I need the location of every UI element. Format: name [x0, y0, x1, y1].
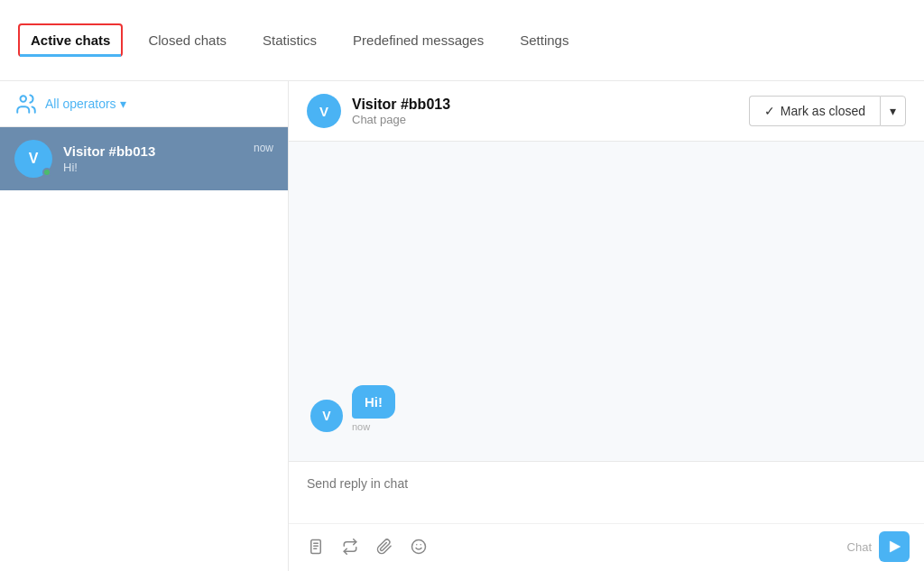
- transfer-icon[interactable]: [337, 534, 363, 559]
- chat-list-item[interactable]: V Visitor #bb013 Hi! now: [0, 127, 288, 190]
- chat-info: Visitor #bb013 Hi!: [63, 143, 254, 174]
- attach-icon[interactable]: [372, 534, 397, 559]
- chat-header-avatar: V: [307, 94, 341, 128]
- tab-settings[interactable]: Settings: [509, 25, 579, 55]
- chevron-down-icon: ▾: [890, 104, 896, 118]
- chat-header: V Visitor #bb013 Chat page ✓ Mark as clo…: [289, 81, 924, 142]
- online-indicator: [42, 168, 51, 177]
- message-avatar: V: [310, 400, 343, 432]
- message-content: Hi! now: [352, 385, 395, 432]
- sidebar: All operators ▾ V Visitor #bb013 Hi! now: [0, 81, 289, 571]
- operators-filter[interactable]: All operators ▾: [0, 81, 288, 127]
- avatar: V: [14, 140, 52, 178]
- emoji-icon[interactable]: [406, 534, 431, 559]
- chat-visitor-name: Visitor #bb013: [63, 143, 254, 159]
- operators-icon: [14, 92, 38, 115]
- chat-label: Chat: [847, 540, 872, 554]
- operators-label[interactable]: All operators ▾: [45, 97, 126, 111]
- message-row: V Hi! now: [310, 385, 902, 432]
- reply-toolbar: Chat: [289, 523, 924, 571]
- mark-closed-dropdown-button[interactable]: ▾: [880, 96, 906, 126]
- reply-input[interactable]: [289, 462, 924, 520]
- tab-statistics[interactable]: Statistics: [252, 25, 328, 55]
- chat-header-actions: ✓ Mark as closed ▾: [749, 96, 906, 126]
- tab-closed-chats[interactable]: Closed chats: [137, 25, 237, 55]
- chat-time: now: [254, 142, 273, 154]
- chat-panel: V Visitor #bb013 Chat page ✓ Mark as clo…: [289, 81, 924, 571]
- messages-area: V Hi! now: [289, 142, 924, 461]
- tab-predefined-messages[interactable]: Predefined messages: [342, 25, 494, 55]
- check-icon: ✓: [764, 104, 775, 118]
- chat-header-subtitle: Chat page: [352, 113, 749, 126]
- send-button[interactable]: [879, 531, 910, 562]
- svg-point-5: [412, 540, 426, 554]
- tab-active-chats[interactable]: Active chats: [18, 23, 123, 57]
- notes-icon[interactable]: [303, 534, 328, 559]
- header: Active chats Closed chats Statistics Pre…: [0, 0, 924, 81]
- main-layout: All operators ▾ V Visitor #bb013 Hi! now…: [0, 81, 924, 571]
- chat-header-info: Visitor #bb013 Chat page: [352, 97, 749, 126]
- chat-preview-text: Hi!: [63, 161, 254, 174]
- caret-down-icon: ▾: [120, 97, 126, 111]
- svg-marker-8: [890, 541, 900, 552]
- chat-header-name: Visitor #bb013: [352, 97, 749, 113]
- message-time: now: [352, 421, 395, 432]
- message-bubble: Hi!: [352, 385, 395, 419]
- reply-area: Chat: [289, 461, 924, 571]
- svg-point-0: [21, 96, 27, 102]
- mark-as-closed-button[interactable]: ✓ Mark as closed: [749, 96, 880, 126]
